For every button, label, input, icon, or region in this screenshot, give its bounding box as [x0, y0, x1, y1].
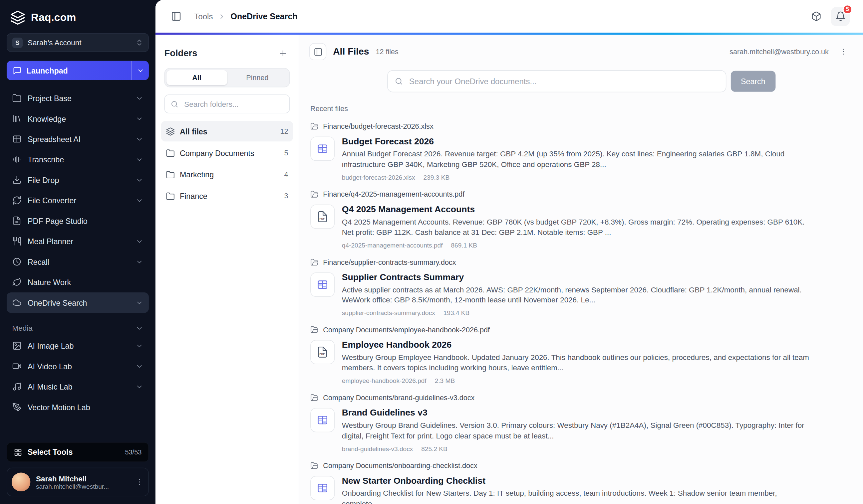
files-menu-button[interactable]	[835, 44, 851, 60]
sidebar-item-file-converter[interactable]: File Converter	[7, 190, 149, 210]
file-name: brand-guidelines-v3.docx	[342, 445, 413, 452]
folder-item-all-files[interactable]: All files 12	[161, 121, 293, 141]
file-description: Westbury Group Brand Guidelines. Version…	[342, 421, 809, 442]
select-tools-button[interactable]: Select Tools 53/53	[7, 442, 149, 462]
sidebar-item-transcribe[interactable]: Transcribe	[7, 150, 149, 170]
chevron-down-icon	[137, 66, 144, 74]
file-size: 2.3 MB	[435, 378, 455, 384]
file-card[interactable]: PDF Q4 2025 Management Accounts Q4 2025 …	[310, 204, 852, 248]
profile-card[interactable]: Sarah Mitchell sarah.mitchell@westbur...	[7, 468, 149, 496]
folder-list: All files 12 Company Documents 5 Marketi…	[161, 121, 293, 206]
file-type-icon: PDF	[310, 204, 335, 229]
svg-text:PDF: PDF	[320, 353, 325, 356]
sidebar-item-file-drop[interactable]: File Drop	[7, 170, 149, 190]
sidebar-item-vector-motion-lab[interactable]: Vector Motion Lab	[7, 397, 149, 417]
file-entry: Finance/budget-forecast-2026.xlsx Budget…	[310, 122, 852, 181]
launchpad-button[interactable]: Launchpad	[7, 61, 149, 80]
file-path[interactable]: Finance/q4-2025-management-accounts.pdf	[310, 190, 852, 198]
waveform-icon	[12, 155, 22, 164]
file-card[interactable]: Supplier Contracts Summary Active suppli…	[310, 272, 852, 316]
media-section-toggle[interactable]: Media	[7, 324, 149, 332]
file-card[interactable]: PDF Employee Handbook 2026 Westbury Grou…	[310, 340, 852, 384]
chevron-down-icon	[136, 237, 143, 245]
chevron-down-icon	[136, 156, 143, 163]
folders-tabs: All Pinned	[164, 68, 290, 87]
profile-menu-icon[interactable]	[135, 478, 144, 487]
chevron-down-icon	[136, 94, 143, 102]
account-switcher[interactable]: S Sarah's Account	[7, 33, 149, 52]
file-path[interactable]: Finance/supplier-contracts-summary.docx	[310, 258, 852, 266]
file-type-icon	[310, 272, 335, 296]
clock-icon	[12, 257, 22, 267]
profile-name: Sarah Mitchell	[36, 474, 109, 483]
sidebar-item-ai-image-lab[interactable]: AI Image Lab	[7, 336, 149, 356]
sidebar-item-spreadsheet-ai[interactable]: Spreadsheet AI	[7, 129, 149, 149]
brand-logo[interactable]: Raq.com	[7, 9, 149, 26]
file-path[interactable]: Company Documents/brand-guidelines-v3.do…	[310, 393, 852, 402]
sidebar-item-pdf-page-studio[interactable]: PDF Page Studio	[7, 210, 149, 231]
collapse-panel-button[interactable]	[309, 43, 327, 61]
file-size: 239.3 KB	[424, 174, 450, 181]
pen-icon	[12, 402, 22, 412]
file-description: Annual Budget Forecast 2026. Revenue tar…	[342, 150, 809, 170]
file-size: 869.1 KB	[451, 242, 477, 248]
folder-item-finance[interactable]: Finance 3	[161, 186, 293, 206]
file-text-icon	[12, 216, 22, 225]
tab-all[interactable]: All	[166, 70, 227, 85]
file-path[interactable]: Company Documents/onboarding-checklist.d…	[310, 462, 852, 470]
file-type-icon	[310, 476, 335, 500]
sidebar-toggle-button[interactable]	[166, 7, 185, 26]
breadcrumb-tools[interactable]: Tools	[194, 12, 213, 21]
file-path[interactable]: Finance/budget-forecast-2026.xlsx	[310, 122, 852, 130]
file-card[interactable]: New Starter Onboarding Checklist Onboard…	[310, 476, 852, 504]
file-card[interactable]: Brand Guidelines v3 Westbury Group Brand…	[310, 408, 852, 452]
file-title: Budget Forecast 2026	[342, 137, 809, 146]
file-entry: Finance/q4-2025-management-accounts.pdf …	[310, 190, 852, 248]
sidebar-item-onedrive-search[interactable]: OneDrive Search	[7, 293, 149, 313]
sidebar-item-meal-planner[interactable]: Meal Planner	[7, 231, 149, 251]
breadcrumb: Tools OneDrive Search	[194, 12, 297, 21]
sidebar-media-nav: AI Image Lab AI Video Lab AI Music Lab V…	[7, 336, 149, 417]
folder-search	[164, 94, 290, 113]
chevron-down-icon	[136, 324, 143, 332]
sidebar-item-ai-music-lab[interactable]: AI Music Lab	[7, 376, 149, 397]
sidebar-item-nature-work[interactable]: Nature Work	[7, 272, 149, 292]
tab-pinned[interactable]: Pinned	[227, 70, 288, 85]
plus-icon	[278, 48, 287, 57]
file-entry: Company Documents/employee-handbook-2026…	[310, 326, 852, 384]
folder-search-input[interactable]	[183, 99, 284, 108]
notifications-button[interactable]: 5	[831, 7, 850, 26]
file-path[interactable]: Company Documents/employee-handbook-2026…	[310, 326, 852, 334]
add-folder-button[interactable]	[275, 46, 290, 60]
search-button[interactable]: Search	[731, 71, 775, 92]
file-entry: Finance/supplier-contracts-summary.docx …	[310, 258, 852, 316]
file-card[interactable]: Budget Forecast 2026 Annual Budget Forec…	[310, 137, 852, 181]
breadcrumb-current: OneDrive Search	[231, 12, 298, 21]
folder-open-icon	[310, 190, 318, 198]
folder-icon	[166, 148, 175, 157]
video-icon	[12, 362, 22, 371]
refresh-icon	[12, 196, 22, 205]
panel-left-icon	[313, 47, 322, 56]
folder-item-marketing[interactable]: Marketing 4	[161, 164, 293, 184]
file-description: Westbury Group Employee Handbook. Update…	[342, 353, 809, 374]
sidebar-item-ai-video-lab[interactable]: AI Video Lab	[7, 356, 149, 376]
file-entry: Company Documents/brand-guidelines-v3.do…	[310, 393, 852, 452]
integrations-button[interactable]	[806, 7, 825, 26]
tools-count-badge: 53/53	[125, 448, 141, 456]
file-type-icon	[310, 408, 335, 432]
sidebar-item-knowledge[interactable]: Knowledge	[7, 108, 149, 129]
sidebar-item-recall[interactable]: Recall	[7, 251, 149, 272]
chevron-down-icon	[136, 383, 143, 390]
sidebar-item-project-base[interactable]: Project Base	[7, 88, 149, 108]
chevron-down-icon	[136, 135, 143, 143]
raq-logo-icon	[10, 10, 26, 26]
files-panel: All Files 12 files sarah.mitchell@westbu…	[299, 35, 863, 504]
launchpad-label: Launchpad	[27, 66, 68, 75]
page-title: All Files	[333, 46, 369, 57]
folder-item-company-documents[interactable]: Company Documents 5	[161, 143, 293, 163]
file-title: Employee Handbook 2026	[342, 340, 809, 350]
drive-search-input[interactable]	[387, 70, 726, 92]
launchpad-expand-button[interactable]	[131, 61, 149, 80]
svg-text:PDF: PDF	[320, 217, 325, 220]
